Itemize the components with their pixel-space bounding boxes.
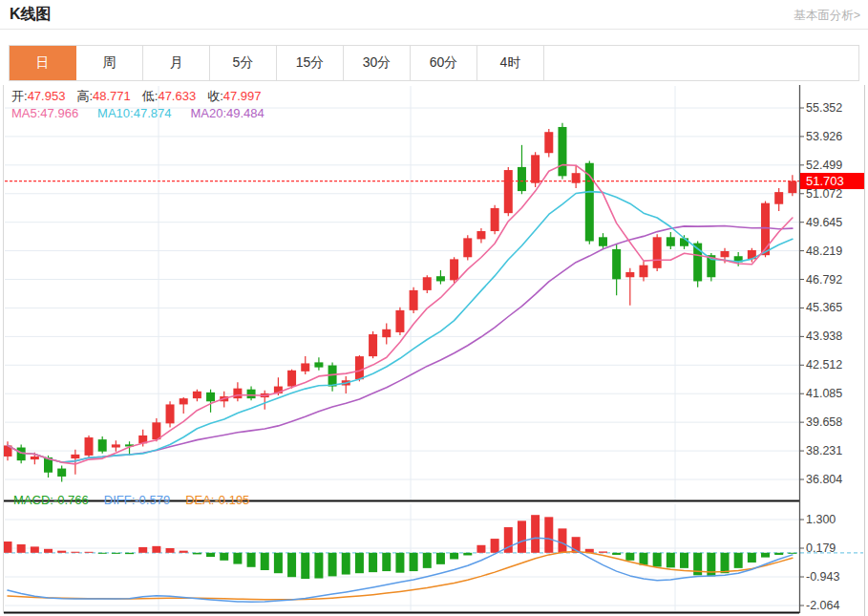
macd-bar	[788, 553, 796, 554]
info-label: MA10:	[97, 106, 134, 120]
candle-body	[152, 422, 160, 439]
axis-label: 43.938	[806, 329, 842, 343]
macd-bar	[395, 553, 404, 573]
axis-label: 41.085	[806, 387, 842, 400]
candle-body	[301, 363, 309, 371]
axis-label: 52.499	[806, 159, 842, 172]
macd-bar	[314, 553, 323, 579]
macd-bar	[369, 553, 377, 572]
info-label: MA20:	[190, 106, 226, 120]
macd-bar	[382, 553, 391, 571]
macd-bar	[31, 546, 39, 552]
info-value: -0.766	[53, 493, 89, 507]
macd-bar	[261, 553, 269, 570]
info-label: 开:	[11, 88, 28, 105]
candle-body	[476, 231, 485, 239]
axis-label: 38.231	[806, 444, 842, 457]
macd-bar	[274, 553, 283, 573]
macd-bar	[57, 551, 66, 553]
macd-bar	[599, 551, 607, 552]
macd-bar	[98, 553, 107, 554]
macd-bar	[287, 553, 296, 577]
axis-label: 46.792	[806, 273, 842, 287]
candle-body	[233, 389, 242, 398]
info-label: 收:	[207, 88, 223, 105]
candle-body	[463, 238, 472, 257]
candle-body	[247, 390, 256, 398]
candle-body	[328, 366, 337, 387]
axis-label: 42.512	[806, 358, 842, 372]
candle-body	[680, 238, 688, 245]
candle-body	[544, 132, 553, 153]
info-value: 47.874	[134, 106, 172, 120]
candle-body	[369, 334, 377, 356]
macd-bar	[152, 546, 160, 553]
macd-bar	[761, 553, 770, 558]
candle-body	[395, 310, 404, 332]
candle-body	[180, 398, 188, 404]
info-label: DEA:	[185, 493, 214, 507]
info-label: DIFF:	[104, 493, 136, 507]
candle-body	[599, 237, 607, 245]
candle-body	[531, 155, 540, 182]
candle-body	[287, 371, 296, 387]
macd-bar	[450, 553, 458, 560]
macd-bar	[44, 549, 53, 553]
candle-body	[98, 439, 107, 452]
last-price-badge-label: 51.703	[806, 174, 844, 188]
axis-label: 36.804	[806, 473, 842, 486]
macd-bar	[112, 553, 120, 554]
macd-bar	[612, 553, 621, 555]
macd-bar	[639, 553, 647, 565]
info-value: -0.195	[214, 493, 249, 507]
axis-label: -0.943	[806, 570, 839, 584]
info-label: MACD:	[13, 493, 53, 507]
candle-body	[504, 170, 513, 213]
ma-info-row: MA5:47.966MA10:47.874MA20:49.484	[11, 106, 284, 120]
candle-body	[653, 237, 662, 268]
candle-body	[450, 259, 458, 280]
kline-page: K线图 基本面分析> 日周月5分15分30分60分4时 55.35253.926…	[0, 0, 868, 616]
info-value: 48.771	[93, 89, 131, 103]
macd-bar	[17, 544, 26, 553]
candle-body	[112, 444, 120, 447]
info-label: 低:	[142, 88, 159, 105]
candle-body	[31, 457, 39, 459]
candle-body	[71, 455, 79, 458]
macd-bar	[625, 553, 634, 561]
axis-label: 0.179	[806, 542, 836, 555]
candle-body	[761, 203, 770, 256]
candle-body	[667, 237, 675, 245]
macd-bar	[476, 545, 485, 553]
candle-body	[612, 249, 621, 279]
macd-bar	[355, 553, 364, 573]
macd-bar	[138, 547, 147, 553]
axis-label: 48.219	[806, 244, 842, 258]
candle-body	[436, 276, 445, 281]
macd-bar	[206, 553, 215, 557]
macd-bar	[518, 520, 526, 552]
axis-label: 55.352	[806, 101, 842, 115]
candle-body	[423, 277, 432, 290]
ohlc-info-row: 开:47.953高:48.771低:47.633收:47.997	[11, 88, 273, 105]
axis-label: -2.064	[806, 599, 839, 612]
info-value: 47.633	[158, 89, 196, 103]
macd-bar	[125, 553, 134, 554]
macd-bar	[748, 553, 756, 563]
macd-bar	[734, 553, 743, 568]
macd-bar	[436, 553, 445, 564]
candle-body	[193, 392, 201, 398]
macd-bar	[4, 542, 12, 553]
axis-label: 49.645	[806, 216, 842, 229]
axis-label: 45.365	[806, 301, 842, 314]
macd-bar	[85, 552, 94, 553]
candle-body	[788, 181, 796, 194]
candle-body	[57, 469, 66, 477]
info-value: 47.997	[223, 89, 262, 103]
macd-bar	[463, 553, 472, 556]
macd-bar	[774, 553, 783, 555]
macd-bar	[721, 553, 730, 573]
macd-bar	[558, 528, 566, 552]
candle-body	[558, 127, 566, 176]
macd-bar	[166, 548, 175, 553]
